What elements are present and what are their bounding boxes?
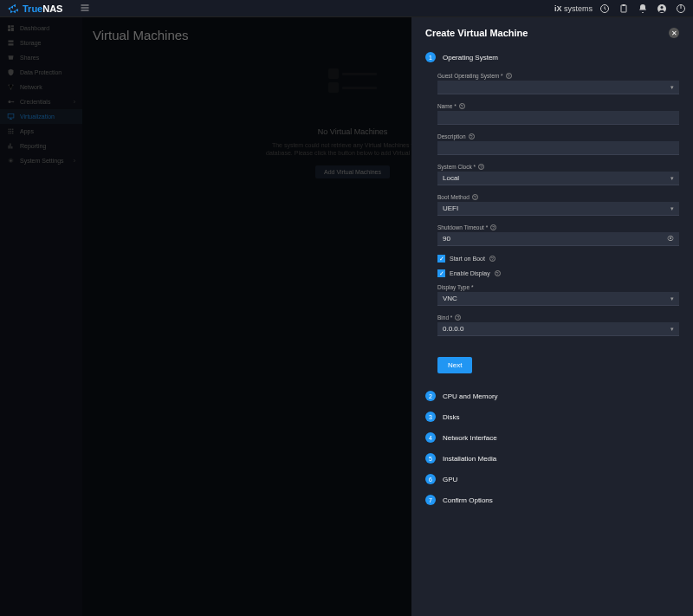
help-icon[interactable]: ?: [469, 133, 475, 139]
caret-down-icon: ▾: [670, 326, 674, 333]
help-icon[interactable]: ?: [506, 73, 512, 79]
step-number: 3: [425, 412, 436, 422]
checkbox-checked-icon: ✓: [437, 269, 445, 277]
account-icon[interactable]: [657, 3, 667, 14]
step-number: 5: [425, 453, 436, 464]
step-number: 7: [425, 495, 436, 505]
help-icon[interactable]: ?: [489, 256, 495, 262]
step-number: 6: [425, 474, 436, 484]
step-number: 1: [425, 52, 436, 62]
boot-method-select[interactable]: UEFI▾: [437, 202, 679, 216]
bind-label: Bind *: [437, 314, 452, 321]
help-icon[interactable]: ?: [455, 314, 461, 321]
step-label: Disks: [443, 413, 460, 421]
status-icon[interactable]: [599, 3, 610, 14]
display-type-label: Display Type *: [437, 284, 473, 290]
system-clock-value: Local: [443, 174, 459, 182]
svg-rect-1: [621, 5, 626, 12]
boot-method-value: UEFI: [443, 204, 458, 212]
name-input[interactable]: [437, 111, 679, 125]
power-icon[interactable]: [676, 3, 686, 14]
step-label: Installation Media: [443, 455, 496, 463]
display-type-select[interactable]: VNC▾: [437, 292, 679, 306]
step-label: Confirm Options: [443, 496, 493, 504]
panel-title: Create Virtual Machine: [425, 28, 528, 38]
help-icon[interactable]: ?: [472, 194, 478, 200]
step-gpu[interactable]: 6GPU: [425, 474, 679, 484]
description-label: Description: [437, 133, 466, 139]
step-label: CPU and Memory: [443, 392, 498, 400]
top-bar-actions: [599, 3, 686, 14]
bell-icon[interactable]: [638, 3, 648, 14]
name-label: Name *: [437, 103, 457, 109]
caret-down-icon: ▾: [670, 205, 674, 212]
next-button[interactable]: Next: [437, 357, 472, 373]
caret-down-icon: ▾: [670, 175, 674, 182]
svg-rect-2: [623, 4, 625, 6]
boot-method-label: Boot Method: [437, 194, 470, 200]
menu-toggle-icon[interactable]: [80, 3, 90, 15]
step-number: 2: [425, 391, 436, 401]
checkbox-checked-icon: ✓: [437, 255, 445, 263]
shutdown-timeout-label: Shutdown Timeout *: [437, 224, 488, 230]
enable-display-checkbox[interactable]: ✓ Enable Display ?: [437, 269, 679, 277]
stepper-icon[interactable]: ⦿: [667, 235, 674, 243]
create-vm-panel: Create Virtual Machine ✕ 1 Operating Sys…: [411, 17, 693, 616]
step-label: Operating System: [443, 54, 498, 62]
step-cpu-memory[interactable]: 2CPU and Memory: [425, 391, 679, 401]
caret-down-icon: ▾: [670, 84, 674, 91]
svg-point-4: [661, 6, 664, 9]
step-disks[interactable]: 3Disks: [425, 412, 679, 422]
step-confirm-options[interactable]: 7Confirm Options: [425, 495, 679, 505]
help-icon[interactable]: ?: [459, 103, 465, 109]
guest-os-label: Guest Operating System *: [437, 73, 503, 79]
help-icon[interactable]: ?: [495, 270, 501, 276]
bind-select[interactable]: 0.0.0.0▾: [437, 322, 679, 336]
step-installation-media[interactable]: 5Installation Media: [425, 453, 679, 464]
description-input[interactable]: [437, 141, 679, 155]
bind-value: 0.0.0.0: [443, 325, 463, 333]
help-icon[interactable]: ?: [478, 164, 484, 170]
start-on-boot-label: Start on Boot: [450, 256, 485, 262]
enable-display-label: Enable Display: [450, 270, 490, 276]
system-clock-select[interactable]: Local▾: [437, 172, 679, 185]
help-icon[interactable]: ?: [490, 224, 496, 230]
step-label: GPU: [443, 476, 457, 483]
step-number: 4: [425, 432, 436, 443]
shutdown-timeout-value: 90: [443, 235, 450, 243]
truenas-logo-icon: [7, 3, 19, 15]
step-label: Network Interface: [443, 434, 497, 442]
logo[interactable]: TrueNAS: [7, 3, 62, 15]
logo-text: TrueNAS: [23, 3, 62, 14]
system-clock-label: System Clock *: [437, 164, 476, 170]
step-network-interface[interactable]: 4Network Interface: [425, 432, 679, 443]
start-on-boot-checkbox[interactable]: ✓ Start on Boot ?: [437, 255, 679, 263]
display-type-value: VNC: [443, 295, 457, 302]
close-icon[interactable]: ✕: [669, 28, 679, 38]
clipboard-icon[interactable]: [619, 3, 629, 14]
top-bar: TrueNAS iX iXsystemssystems: [0, 0, 693, 17]
guest-os-select[interactable]: ▾: [437, 81, 679, 94]
caret-down-icon: ▾: [670, 295, 674, 302]
shutdown-timeout-input[interactable]: 90⦿: [437, 232, 679, 246]
ixsystems-logo[interactable]: iX iXsystemssystems: [554, 4, 593, 13]
step-operating-system: 1 Operating System: [425, 52, 679, 62]
